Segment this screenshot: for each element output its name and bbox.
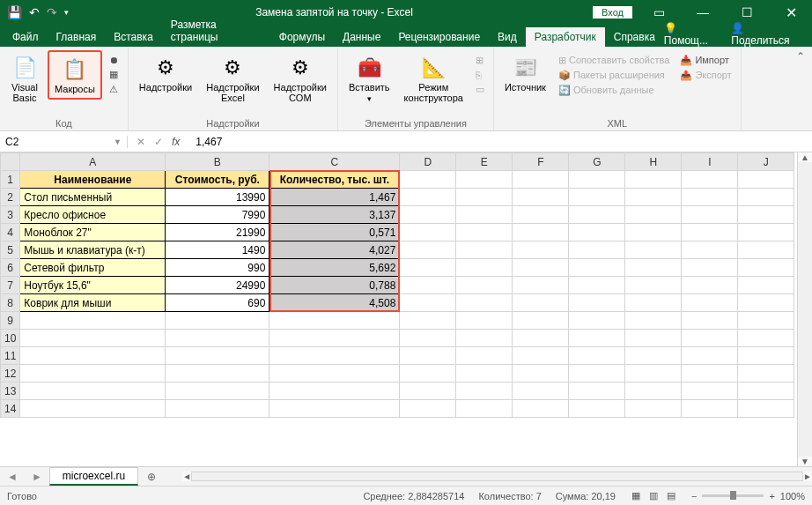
cell[interactable]	[400, 365, 456, 382]
close-button[interactable]: ✕	[773, 4, 808, 21]
row-header[interactable]: 13	[1, 382, 20, 400]
minimize-button[interactable]: —	[685, 5, 720, 19]
cell[interactable]: 24990	[166, 277, 269, 294]
cell[interactable]	[400, 206, 456, 224]
cell[interactable]	[625, 330, 682, 347]
cell[interactable]	[456, 224, 513, 241]
tab-view[interactable]: Вид	[489, 27, 526, 47]
properties-button[interactable]: ⊞	[474, 54, 486, 67]
cell[interactable]: Стоимость, руб.	[166, 171, 269, 189]
cell[interactable]: 4,508	[269, 294, 400, 312]
cell[interactable]	[682, 347, 738, 365]
cell[interactable]	[569, 171, 625, 189]
cell[interactable]	[400, 241, 456, 259]
vertical-scrollbar[interactable]: ▲ ▼	[797, 152, 812, 466]
cell[interactable]	[166, 400, 269, 418]
save-icon[interactable]: 💾	[7, 5, 22, 19]
cell[interactable]	[456, 330, 513, 347]
select-all-corner[interactable]	[1, 153, 20, 171]
share-button[interactable]: 👤 Поделиться	[731, 22, 801, 47]
cell[interactable]	[682, 294, 738, 312]
cell[interactable]	[166, 347, 269, 365]
row-header[interactable]: 7	[1, 277, 20, 294]
view-pagelayout-icon[interactable]: ▥	[647, 490, 660, 501]
cell[interactable]	[682, 365, 738, 382]
view-code-button[interactable]: ⎘	[474, 69, 486, 81]
column-header[interactable]: G	[569, 153, 625, 171]
cell[interactable]	[513, 171, 569, 189]
undo-icon[interactable]: ↶	[29, 5, 40, 19]
import-button[interactable]: 📥 Импорт	[678, 54, 733, 67]
cell[interactable]	[569, 189, 625, 206]
cell[interactable]: Сетевой фильтр	[20, 259, 166, 277]
cell[interactable]	[20, 330, 166, 347]
tell-me[interactable]: 💡 Помощ...	[664, 22, 720, 47]
formula-input[interactable]: 1,467	[188, 136, 812, 148]
tab-data[interactable]: Данные	[334, 27, 389, 47]
row-header[interactable]: 10	[1, 330, 20, 347]
cell[interactable]	[269, 382, 400, 400]
cell[interactable]	[625, 382, 682, 400]
cell[interactable]	[166, 330, 269, 347]
com-addins-button[interactable]: ⚙ Надстройки COM	[269, 50, 332, 107]
cell[interactable]	[456, 241, 513, 259]
map-properties-button[interactable]: ⊞ Сопоставить свойства	[557, 54, 671, 67]
cell[interactable]	[513, 294, 569, 312]
tab-home[interactable]: Главная	[48, 27, 106, 47]
cell[interactable]	[513, 259, 569, 277]
cell[interactable]	[569, 330, 625, 347]
cell[interactable]	[400, 330, 456, 347]
cell[interactable]	[456, 206, 513, 224]
cell[interactable]	[456, 189, 513, 206]
expansion-packs-button[interactable]: 📦 Пакеты расширения	[557, 69, 671, 82]
column-header[interactable]: A	[20, 153, 166, 171]
row-header[interactable]: 9	[1, 312, 20, 330]
cell[interactable]	[513, 382, 569, 400]
cancel-formula-icon[interactable]: ✕	[137, 136, 145, 148]
row-header[interactable]: 12	[1, 365, 20, 382]
collapse-ribbon-icon[interactable]: ⌃	[789, 47, 812, 130]
login-button[interactable]: Вход	[593, 6, 632, 19]
cell[interactable]	[738, 312, 794, 330]
zoom-out-button[interactable]: −	[691, 491, 697, 501]
cell[interactable]: Ноутбук 15,6"	[20, 277, 166, 294]
scroll-down-icon[interactable]: ▼	[798, 457, 812, 466]
cell[interactable]	[513, 312, 569, 330]
cell[interactable]	[400, 400, 456, 418]
cell[interactable]	[625, 400, 682, 418]
scroll-up-icon[interactable]: ▲	[798, 152, 812, 162]
cell[interactable]	[400, 277, 456, 294]
row-header[interactable]: 14	[1, 400, 20, 418]
macros-button[interactable]: 📋 Макросы	[48, 50, 102, 100]
run-dialog-button[interactable]: ▭	[474, 83, 486, 96]
cell[interactable]: Наименование	[20, 171, 166, 189]
cell[interactable]: 1,467	[269, 189, 400, 206]
cell[interactable]	[625, 171, 682, 189]
cell[interactable]	[569, 206, 625, 224]
cell[interactable]	[513, 206, 569, 224]
xml-source-button[interactable]: 📰 Источник	[499, 50, 551, 96]
cell[interactable]: Стол письменный	[20, 189, 166, 206]
cell[interactable]	[569, 312, 625, 330]
redo-icon[interactable]: ↷	[47, 5, 57, 19]
cell[interactable]	[682, 241, 738, 259]
scroll-left-icon[interactable]: ◄	[182, 472, 191, 481]
cell[interactable]: 0,788	[269, 277, 400, 294]
row-header[interactable]: 1	[1, 171, 20, 189]
cell[interactable]: 4,027	[269, 241, 400, 259]
column-header[interactable]: J	[738, 153, 794, 171]
macro-security-button[interactable]: ⚠	[107, 83, 121, 96]
cell[interactable]	[269, 347, 400, 365]
row-header[interactable]: 3	[1, 206, 20, 224]
cell[interactable]: Кресло офисное	[20, 206, 166, 224]
qat-dropdown-icon[interactable]: ▾	[64, 8, 69, 17]
cell[interactable]	[400, 347, 456, 365]
zoom-in-button[interactable]: +	[769, 491, 774, 501]
column-header[interactable]: E	[456, 153, 513, 171]
cell[interactable]	[569, 382, 625, 400]
cell[interactable]	[513, 330, 569, 347]
cell[interactable]	[269, 400, 400, 418]
cell[interactable]	[738, 400, 794, 418]
cell[interactable]	[513, 277, 569, 294]
cell[interactable]	[569, 400, 625, 418]
